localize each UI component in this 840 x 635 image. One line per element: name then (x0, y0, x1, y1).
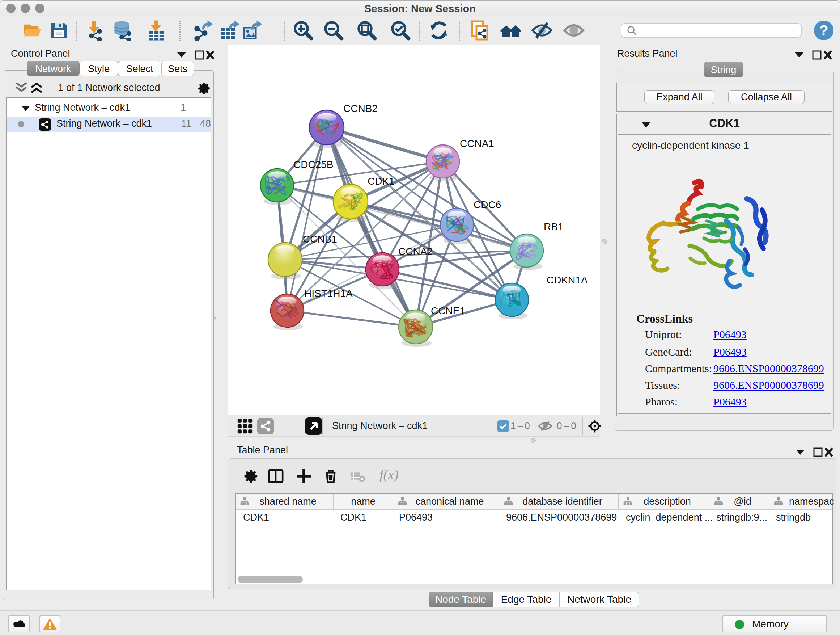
svg-text:CCNA1: CCNA1 (460, 138, 494, 149)
svg-text:CDK1: CDK1 (368, 176, 395, 187)
svg-text:HIST1H1A: HIST1H1A (304, 288, 353, 299)
svg-text:CCNE1: CCNE1 (431, 305, 465, 317)
svg-text:CCNB1: CCNB1 (303, 233, 337, 245)
svg-text:CCNB2: CCNB2 (343, 103, 378, 114)
svg-text:CDC6: CDC6 (474, 199, 501, 211)
svg-text:RB1: RB1 (544, 221, 563, 233)
svg-text:?: ? (819, 22, 828, 39)
svg-text:CCNA2: CCNA2 (398, 246, 433, 257)
svg-text:CDKN1A: CDKN1A (546, 274, 588, 286)
svg-text:CDC25B: CDC25B (294, 159, 333, 170)
